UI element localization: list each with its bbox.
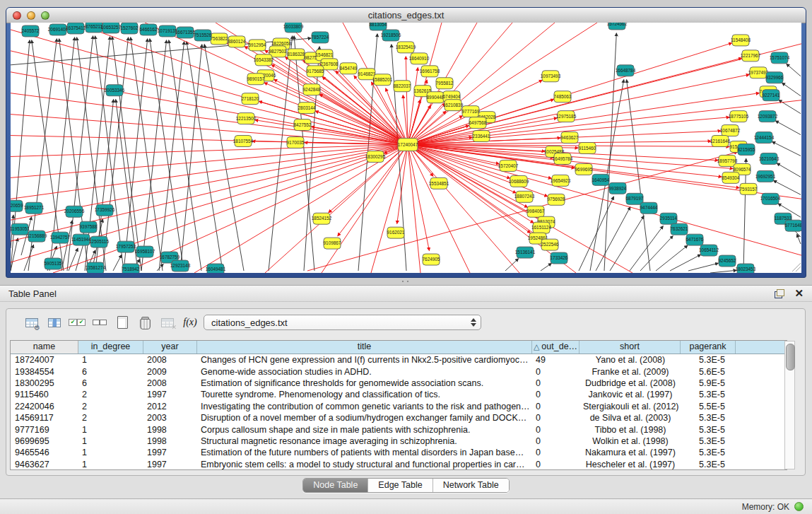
graph-node[interactable]: 9984067	[527, 206, 545, 217]
graph-node[interactable]: 16375411	[66, 23, 86, 34]
citation-edge[interactable]	[777, 163, 801, 177]
graph-node[interactable]: 19218506	[381, 30, 401, 41]
close-panel-icon[interactable]: ✕	[794, 288, 804, 298]
graph-node[interactable]: 16671355	[175, 27, 196, 38]
graph-node[interactable]: 18325419	[396, 42, 416, 53]
table-row[interactable]: 911546021997Tourette syndrome. Phenomeno…	[11, 389, 787, 400]
graph-node[interactable]: 15136141	[515, 247, 536, 258]
citation-edge-red[interactable]	[11, 145, 408, 263]
graph-hub-node[interactable]: 17240047	[398, 139, 418, 151]
graph-node[interactable]: 6497568	[469, 117, 487, 129]
citation-edge-red[interactable]	[408, 145, 801, 256]
network-window-titlebar[interactable]: citations_edges.txt	[6, 8, 806, 23]
citation-edge[interactable]	[797, 234, 801, 244]
graph-node[interactable]: 7563822	[211, 33, 228, 45]
graph-node[interactable]: 9109867	[324, 238, 341, 249]
citation-edge[interactable]	[782, 83, 801, 95]
citation-edge[interactable]	[596, 207, 630, 271]
row-height-icon[interactable]	[90, 313, 110, 332]
delete-column-icon[interactable]	[135, 313, 155, 332]
graph-node[interactable]: 2336441	[473, 131, 490, 142]
table-row[interactable]: 969969511998Structural magnetic resonanc…	[11, 436, 787, 447]
graph-node[interactable]: 12444154	[754, 132, 775, 144]
table-row[interactable]: 1830029562008Estimation of significance …	[11, 378, 787, 389]
citation-edge[interactable]	[670, 255, 701, 271]
citation-edge-red[interactable]	[274, 79, 408, 144]
citation-edge-red[interactable]	[408, 145, 420, 273]
graph-node[interactable]: 6466162	[140, 24, 158, 35]
memory-status-indicator[interactable]	[794, 502, 804, 511]
graph-node[interactable]: 19692951	[755, 170, 776, 182]
graph-node[interactable]: 5912954	[249, 40, 266, 51]
citation-edge-red[interactable]	[265, 145, 408, 273]
graph-node[interactable]: 1733426	[551, 252, 568, 264]
graph-node[interactable]: 7593157	[740, 183, 758, 194]
tab-node-table[interactable]: Node Table	[303, 479, 368, 492]
graph-node[interactable]: 6471676	[686, 234, 704, 245]
graph-node[interactable]: 16958107	[135, 246, 155, 257]
graph-node[interactable]: 17359926	[95, 204, 115, 216]
graph-node[interactable]: 15724562	[607, 23, 628, 30]
graph-node[interactable]: 16495784	[553, 153, 573, 164]
graph-node[interactable]: 2522546	[541, 239, 559, 250]
citation-edge[interactable]	[640, 236, 673, 271]
graph-node[interactable]: 18107554	[233, 136, 254, 147]
citation-edge-red[interactable]	[408, 145, 429, 251]
table-row[interactable]: 946554611997Estimation of the future num…	[11, 447, 787, 458]
graph-node[interactable]: 1527602	[121, 23, 139, 34]
graph-node[interactable]: 20206556	[64, 206, 85, 217]
graph-node[interactable]: 12161646	[710, 136, 731, 147]
graph-node[interactable]: 8427552	[294, 119, 312, 131]
graph-node[interactable]: 8860124	[228, 36, 246, 47]
graph-node[interactable]: 16033809	[283, 23, 304, 33]
graph-node[interactable]: 7632621	[671, 223, 688, 235]
table-select-dropdown[interactable]: citations_edges.txt	[204, 315, 481, 330]
citation-edge[interactable]	[774, 180, 801, 194]
graph-node[interactable]: 1640954	[592, 174, 610, 185]
citation-edge-red[interactable]	[11, 145, 408, 157]
graph-node[interactable]: 9170035	[287, 137, 305, 148]
citation-edge-red[interactable]	[11, 145, 408, 178]
citation-edge[interactable]	[792, 263, 801, 271]
column-visibility-icon[interactable]	[45, 313, 64, 332]
graph-node[interactable]: 15720407	[498, 160, 519, 171]
table-row[interactable]: 977716911998Corpus callosum shape and si…	[11, 424, 787, 435]
citation-edge[interactable]	[180, 45, 202, 271]
graph-node[interactable]: 19654923	[551, 175, 571, 186]
column-header-year[interactable]: year	[143, 341, 197, 354]
graph-node[interactable]: 8186328	[288, 49, 305, 60]
delete-table-icon[interactable]: ✕	[158, 313, 177, 332]
graph-node[interactable]: 6879197	[626, 193, 644, 204]
split-pane-grip[interactable]	[401, 280, 411, 283]
table-settings-icon[interactable]: ⚙	[22, 313, 42, 332]
graph-node[interactable]: 2803144	[298, 103, 316, 114]
graph-node[interactable]: 12975185	[556, 111, 577, 122]
citation-edge-red[interactable]	[11, 145, 408, 242]
graph-node[interactable]: 12505115	[89, 236, 109, 247]
graph-node[interactable]: 8822037	[394, 81, 411, 92]
graph-node[interactable]: 16151124	[531, 222, 551, 233]
graph-node[interactable]: 10654112	[699, 245, 719, 256]
graph-node[interactable]: 9175685	[307, 66, 324, 77]
graph-node[interactable]: 17016504	[760, 193, 781, 204]
select-columns-icon[interactable]: ✔✔	[67, 313, 87, 332]
graph-node[interactable]: 2718120	[242, 93, 259, 105]
graph-node[interactable]: 8549304	[722, 172, 740, 183]
column-header-name[interactable]: name	[11, 341, 78, 354]
graph-node[interactable]: 15751074	[770, 52, 790, 64]
graph-node[interactable]: 7624905	[423, 254, 440, 265]
graph-node[interactable]: 18640910	[409, 53, 430, 64]
graph-node[interactable]: 9463627	[561, 132, 579, 144]
citation-edge-red[interactable]	[408, 145, 739, 188]
citation-edge[interactable]	[113, 255, 122, 271]
scrollbar-thumb[interactable]	[786, 344, 795, 370]
graph-node[interactable]: 16543382	[254, 54, 274, 66]
citation-edge[interactable]	[579, 197, 613, 271]
graph-node[interactable]: 18775105	[729, 111, 749, 122]
graph-node[interactable]: 17957253	[116, 241, 136, 252]
tab-network-table[interactable]: Network Table	[433, 479, 509, 492]
graph-node[interactable]: 5905135	[45, 258, 62, 269]
graph-node[interactable]: 9474444	[640, 202, 658, 214]
tab-edge-table[interactable]: Edge Table	[368, 479, 433, 492]
graph-node[interactable]: 9242848	[303, 84, 321, 95]
